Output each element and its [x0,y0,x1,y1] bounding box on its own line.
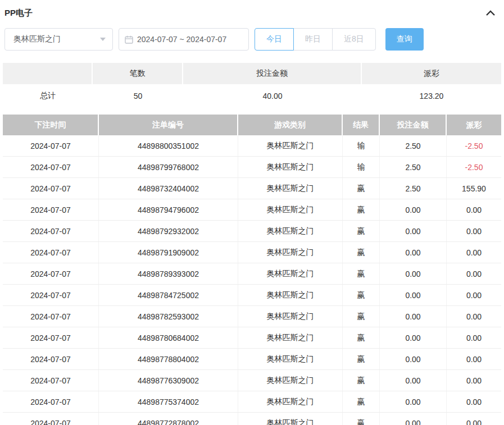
cell-order-number: 44898794796002 [99,199,238,220]
cell-bet-amount: 0.00 [380,370,447,391]
pp-electronic-report-panel: PP电子 奥林匹斯之门 2024-07-07 ~ 2024-07-07 [0,0,504,425]
cell-bet-time: 2024-07-07 [3,221,99,241]
summary-total-bet-amount: 40.00 [183,84,362,107]
cell-game-category: 奥林匹斯之门 [238,349,343,369]
cell-game-category: 奥林匹斯之门 [238,199,343,220]
cell-payout: 0.00 [447,327,501,348]
cell-bet-amount: 2.50 [380,178,447,199]
date-range-input[interactable]: 2024-07-07 ~ 2024-07-07 [119,28,249,51]
cell-order-number: 44898772878002 [99,413,238,425]
cell-game-category: 奥林匹斯之门 [238,242,343,263]
game-select[interactable]: 奥林匹斯之门 [4,28,113,51]
cell-bet-amount: 2.50 [380,157,447,177]
cell-bet-time: 2024-07-07 [3,413,99,425]
cell-bet-time: 2024-07-07 [3,327,99,348]
cell-result: 赢 [343,285,380,305]
summary-table-header: 笔数 投注金额 派彩 [3,63,501,84]
table-row: 2024-07-07 44898784725002 奥林匹斯之门 赢 0.00 … [3,285,501,306]
chevron-up-icon [486,9,495,17]
cell-game-category: 奥林匹斯之门 [238,370,343,391]
summary-total-count: 50 [93,84,183,107]
summary-total-row: 总计 50 40.00 123.20 [3,84,501,107]
cell-bet-time: 2024-07-07 [3,306,99,327]
cell-order-number: 44898732404002 [99,178,238,199]
summary-total-label: 总计 [3,84,93,107]
cell-result: 赢 [343,178,380,199]
cell-order-number: 44898800351002 [99,135,238,156]
table-row: 2024-07-07 44898799768002 奥林匹斯之门 输 2.50 … [3,157,501,178]
header-bet-amount: 投注金额 [380,115,447,135]
cell-payout: 0.00 [447,349,501,369]
cell-bet-time: 2024-07-07 [3,263,99,284]
detail-table-body: 2024-07-07 44898800351002 奥林匹斯之门 输 2.50 … [3,135,501,425]
summary-total-payout: 123.20 [362,84,501,107]
cell-game-category: 奥林匹斯之门 [238,263,343,284]
table-row: 2024-07-07 44898775374002 奥林匹斯之门 赢 0.00 … [3,391,501,413]
panel-header: PP电子 [0,0,504,20]
cell-payout: 0.00 [447,221,501,241]
table-row: 2024-07-07 44898794796002 奥林匹斯之门 赢 0.00 … [3,199,501,221]
table-row: 2024-07-07 44898776309002 奥林匹斯之门 赢 0.00 … [3,370,501,391]
cell-game-category: 奥林匹斯之门 [238,135,343,156]
header-result: 结果 [343,115,380,135]
cell-order-number: 44898792932002 [99,221,238,241]
table-row: 2024-07-07 44898800351002 奥林匹斯之门 输 2.50 … [3,135,501,157]
cell-result: 输 [343,157,380,177]
header-order-number: 注单编号 [99,115,238,135]
cell-bet-time: 2024-07-07 [3,349,99,369]
table-row: 2024-07-07 44898772878002 奥林匹斯之门 赢 0.00 … [3,413,501,425]
last-8-days-button[interactable]: 近8日 [332,28,376,51]
summary-table: 笔数 投注金额 派彩 总计 50 40.00 123.20 [3,63,501,107]
game-select-value: 奥林匹斯之门 [13,34,61,44]
cell-bet-amount: 0.00 [380,391,447,412]
cell-bet-time: 2024-07-07 [3,242,99,263]
yesterday-button[interactable]: 昨日 [293,28,333,51]
cell-order-number: 44898799768002 [99,157,238,177]
cell-bet-time: 2024-07-07 [3,199,99,220]
cell-result: 赢 [343,263,380,284]
cell-bet-amount: 0.00 [380,413,447,425]
today-button[interactable]: 今日 [255,28,294,51]
cell-game-category: 奥林匹斯之门 [238,285,343,305]
cell-bet-amount: 0.00 [380,327,447,348]
table-row: 2024-07-07 44898791909002 奥林匹斯之门 赢 0.00 … [3,242,501,263]
chevron-down-icon [100,38,106,41]
cell-payout: 0.00 [447,413,501,425]
cell-order-number: 44898789393002 [99,263,238,284]
cell-result: 输 [343,135,380,156]
cell-result: 赢 [343,391,380,412]
cell-bet-amount: 0.00 [380,221,447,241]
cell-payout: 0.00 [447,199,501,220]
cell-game-category: 奥林匹斯之门 [238,327,343,348]
bet-records-table: 下注时间 注单编号 游戏类别 结果 投注金额 派彩 2024-07-07 448… [3,115,501,425]
cell-result: 赢 [343,327,380,348]
summary-header-blank [3,63,93,84]
cell-payout: 0.00 [447,391,501,412]
cell-order-number: 44898782593002 [99,306,238,327]
cell-game-category: 奥林匹斯之门 [238,413,343,425]
cell-game-category: 奥林匹斯之门 [238,178,343,199]
table-row: 2024-07-07 44898780684002 奥林匹斯之门 赢 0.00 … [3,327,501,349]
summary-header-count: 笔数 [93,63,183,84]
cell-payout: -2.50 [447,157,501,177]
table-row: 2024-07-07 44898792932002 奥林匹斯之门 赢 0.00 … [3,221,501,242]
table-row: 2024-07-07 44898778804002 奥林匹斯之门 赢 0.00 … [3,349,501,370]
cell-result: 赢 [343,242,380,263]
cell-bet-time: 2024-07-07 [3,370,99,391]
collapse-button[interactable] [485,9,496,17]
cell-bet-amount: 0.00 [380,263,447,284]
filter-controls: 奥林匹斯之门 2024-07-07 ~ 2024-07-07 今日 昨日 近8日… [0,20,504,51]
cell-order-number: 44898778804002 [99,349,238,369]
query-button[interactable]: 查询 [385,28,424,51]
cell-order-number: 44898791909002 [99,242,238,263]
cell-bet-time: 2024-07-07 [3,178,99,199]
cell-bet-amount: 0.00 [380,306,447,327]
cell-result: 赢 [343,413,380,425]
table-row: 2024-07-07 44898782593002 奥林匹斯之门 赢 0.00 … [3,306,501,327]
table-row: 2024-07-07 44898732404002 奥林匹斯之门 赢 2.50 … [3,178,501,199]
cell-order-number: 44898776309002 [99,370,238,391]
header-payout: 派彩 [447,115,501,135]
header-game-category: 游戏类别 [238,115,343,135]
cell-result: 赢 [343,306,380,327]
cell-bet-amount: 0.00 [380,242,447,263]
